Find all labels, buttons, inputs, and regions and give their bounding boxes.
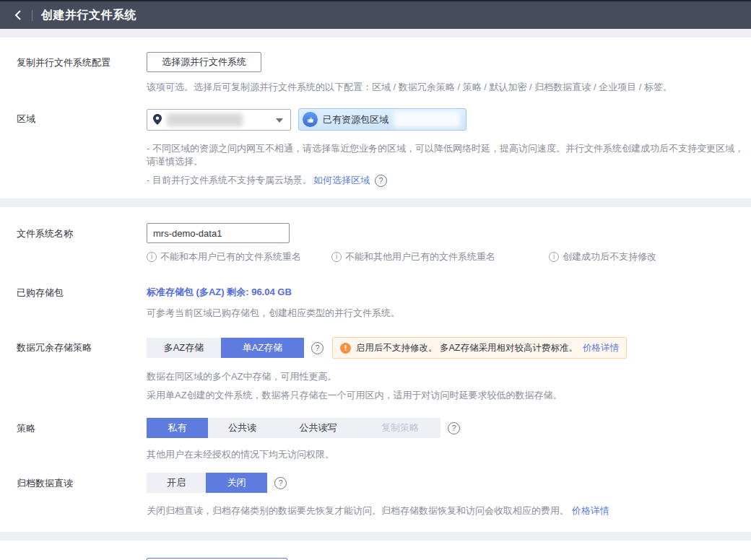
question-circle-icon[interactable]: ? [274, 477, 287, 489]
region-hint-2: - 目前并行文件系统不支持专属云场景。 如何选择区域 ? [0, 174, 751, 187]
storage-package-hint: 可参考当前区域已购存储包，创建相应类型的并行文件系统。 [0, 307, 751, 320]
form-row-copy-config: 复制并行文件系统配置 选择源并行文件系统 [0, 52, 751, 72]
chevron-left-icon [14, 10, 23, 20]
toggle-public-read-write[interactable]: 公共读写 [277, 418, 360, 438]
form-row-archive: 归档数据直读 开启 关闭 ? [0, 473, 751, 493]
archive-hint: 关闭归档直读，归档存储类别的数据要先恢复才能访问。归档存储数据恢复和访问会收取相… [0, 504, 751, 517]
header-divider [32, 10, 32, 21]
form-row-redundancy: 数据冗余存储策略 多AZ存储 单AZ存储 ? ! 启用后不支持修改。 多AZ存储… [0, 337, 751, 359]
resource-package-region-badge[interactable]: 已有资源包区域 [298, 108, 466, 131]
back-button[interactable] [10, 7, 26, 23]
section-separator [0, 198, 751, 207]
form-row-name: 文件系统名称 [0, 223, 751, 243]
toggle-public-read[interactable]: 公共读 [208, 418, 277, 438]
region-label: 区域 [17, 108, 147, 126]
toggle-replication-policy: 复制策略 [360, 418, 440, 438]
storage-package-value-link[interactable]: 标准存储包 (多AZ) 剩余: 96.04 GB [147, 286, 292, 299]
info-circle-icon: i [331, 252, 342, 262]
badge-label: 已有资源包区域 [323, 113, 388, 126]
page-header: 创建并行文件系统 [0, 1, 751, 29]
page-title: 创建并行文件系统 [41, 8, 136, 23]
name-hint-1: 不能和本用户已有的文件系统重名 [160, 250, 301, 263]
info-circle-icon: i [147, 252, 157, 262]
redundancy-warning: ! 启用后不支持修改。 多AZ存储采用相对较高计费标准。 价格详情 [332, 337, 627, 359]
region-value-redacted [167, 113, 243, 126]
form-row-region: 区域 已有资源包区域 [0, 108, 751, 131]
how-to-select-region-link[interactable]: 如何选择区域 [313, 174, 370, 187]
filesystem-name-label: 文件系统名称 [17, 223, 147, 240]
toggle-private[interactable]: 私有 [147, 418, 208, 438]
toggle-single-az[interactable]: 单AZ存储 [221, 338, 304, 358]
archive-label: 归档数据直读 [17, 473, 147, 490]
region-select[interactable] [147, 109, 291, 131]
question-circle-icon[interactable]: ? [448, 422, 460, 434]
toggle-multi-az[interactable]: 多AZ存储 [147, 338, 221, 358]
filesystem-name-input[interactable] [147, 223, 290, 243]
name-hint-3: 创建成功后不支持修改 [563, 250, 656, 263]
price-details-link[interactable]: 价格详情 [572, 505, 609, 516]
badge-region-redacted [394, 111, 460, 128]
info-circle-icon: i [549, 252, 559, 262]
section-enterprise-project: 企业项目 default 新建企业项目 ? [0, 541, 751, 560]
region-hint-2-text: - 目前并行文件系统不支持专属云场景。 [147, 174, 312, 187]
toggle-archive-on[interactable]: 开启 [147, 473, 206, 493]
section-separator [0, 29, 751, 38]
thumbs-up-icon [303, 112, 318, 127]
map-pin-icon [153, 114, 162, 125]
question-circle-icon[interactable]: ? [375, 175, 387, 187]
policy-hint: 其他用户在未经授权的情况下均无访问权限。 [0, 448, 751, 461]
exclamation-circle-icon: ! [340, 343, 351, 354]
warning-text: 启用后不支持修改。 多AZ存储采用相对较高计费标准。 [356, 342, 578, 354]
section-filesystem-settings: 文件系统名称 i 不能和本用户已有的文件系统重名 i 不能和其他用户已有的文件系… [0, 207, 751, 532]
filesystem-name-hints: i 不能和本用户已有的文件系统重名 i 不能和其他用户已有的文件系统重名 i 创… [0, 250, 751, 263]
section-source-and-region: 复制并行文件系统配置 选择源并行文件系统 该项可选。选择后可复制源并行文件系统的… [0, 38, 751, 198]
name-hint-2: 不能和其他用户已有的文件系统重名 [345, 250, 495, 263]
redundancy-hint-2: 采用单AZ创建的文件系统，数据将只存储在一个可用区内，适用于对访问时延要求较低的… [0, 389, 751, 402]
region-hint-1: - 不同区域的资源之间内网互不相通，请选择靠近您业务的区域，可以降低网络时延，提… [0, 142, 751, 168]
caret-down-icon [276, 118, 283, 123]
policy-label: 策略 [17, 418, 147, 435]
price-details-link[interactable]: 价格详情 [583, 342, 619, 354]
select-source-filesystem-button[interactable]: 选择源并行文件系统 [147, 52, 261, 72]
redundancy-label: 数据冗余存储策略 [17, 337, 147, 354]
redundancy-hint-1: 数据在同区域的多个AZ中存储，可用性更高。 [0, 370, 751, 383]
copy-config-label: 复制并行文件系统配置 [17, 52, 147, 69]
question-circle-icon[interactable]: ? [311, 342, 324, 354]
toggle-archive-off[interactable]: 关闭 [206, 473, 267, 493]
storage-package-label: 已购存储包 [17, 282, 147, 299]
form-row-policy: 策略 私有 公共读 公共读写 复制策略 ? [0, 418, 751, 438]
section-separator [0, 532, 751, 541]
form-row-storage-package: 已购存储包 标准存储包 (多AZ) 剩余: 96.04 GB [0, 282, 751, 299]
copy-config-hint: 该项可选。选择后可复制源并行文件系统的以下配置：区域 / 数据冗余策略 / 策略… [0, 81, 751, 94]
archive-hint-text: 关闭归档直读，归档存储类别的数据要先恢复才能访问。归档存储数据恢复和访问会收取相… [147, 505, 569, 516]
